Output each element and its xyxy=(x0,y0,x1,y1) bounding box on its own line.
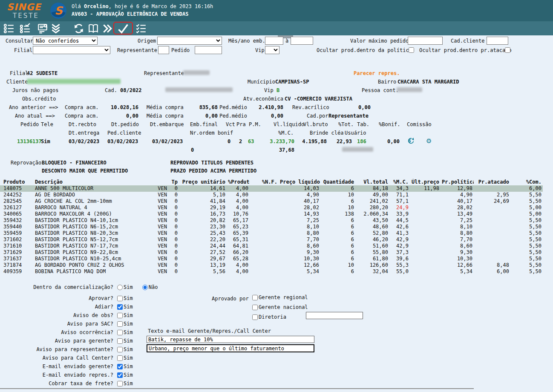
col-dt-pedido: Dt.pedido xyxy=(111,121,139,127)
order-number-link[interactable]: 13136137 xyxy=(17,138,42,144)
cobrar-taxa-frete-checkbox[interactable] xyxy=(117,381,123,386)
app-window: SINGE TESTE S Olá Orcelino, hoje é 6 de … xyxy=(0,0,553,392)
aviso-para-sac-checkbox[interactable] xyxy=(117,321,123,327)
product-cell: VEN xyxy=(128,192,168,198)
double-chevron-down-icon[interactable] xyxy=(49,22,63,35)
product-row[interactable]: 359432BASTIDOR PLASTICO N4-10,1cmVEN020,… xyxy=(0,217,543,224)
order-vct: 0 xyxy=(228,138,230,144)
sim-label: Sim xyxy=(124,304,133,310)
comercializacao-sim-radio[interactable] xyxy=(117,285,123,290)
consultar-select[interactable]: Não conferidos xyxy=(33,37,98,45)
cad-cliente-input[interactable] xyxy=(487,37,508,45)
product-cell: 12,98 xyxy=(441,185,474,192)
product-row[interactable]: 340065BARROCO MAXCOLOR 4 (200G)VEN016,73… xyxy=(0,211,543,217)
product-row[interactable]: 371629BASTIDOR PLASTICO N9-22,8cmVEN027,… xyxy=(0,249,543,256)
vip-select[interactable] xyxy=(265,46,279,54)
sim-label: Sim xyxy=(124,295,133,301)
diretoria-input[interactable] xyxy=(306,312,363,319)
parecer-repres-link[interactable]: Parecer repres. xyxy=(354,70,400,76)
product-row[interactable]: 244252AG DE BORDADOVEN05,104,004,901049,… xyxy=(0,192,543,198)
aprovar-checkbox[interactable] xyxy=(117,296,123,301)
product-row[interactable]: 409359BOBINA PLÁSTICO MAQ DOMVEN05,564,0… xyxy=(0,268,543,275)
greeting-prefix: Olá xyxy=(72,3,84,9)
product-row[interactable]: 282545AG CROCHE AL COL 2mm-10mmVEN041,84… xyxy=(0,198,543,205)
bairro-label: Bairro xyxy=(378,79,396,85)
order-tot: 22,93 xyxy=(337,138,352,144)
texto-email-label: Texto e-mail Gerente/Repres./Call Center xyxy=(148,328,271,334)
product-row[interactable]: 371610BASTIDOR PLASTICO N7-17,7cmVEN024,… xyxy=(0,243,543,249)
product-row[interactable]: 371602BASTIDOR PLASTICO N5-12,7cmVEN022,… xyxy=(0,236,543,243)
order-nr-ordem: 0 xyxy=(191,147,194,153)
reprovacao-label: Reprovação xyxy=(11,160,41,166)
question-label: Cobrar taxa de frete? xyxy=(0,380,113,386)
product-row[interactable]: 359440BASTIDOR PLASTICO N6-15,2cmVEN023,… xyxy=(0,224,543,230)
col-vl-liquido: Vl.líquido xyxy=(274,121,304,127)
bullet-list-icon[interactable] xyxy=(2,22,16,35)
rejection-item-1: BLOQUEIO - FINANCEIRO xyxy=(42,160,107,166)
rejection-item-2: REPROVADO TITULOS PENDENTES xyxy=(170,160,253,166)
aviso-para-call-center-checkbox[interactable] xyxy=(117,355,123,361)
product-row[interactable]: 371637BASTIDOR PLASTICO N10-25,4cmVEN029… xyxy=(0,256,543,262)
diretoria-checkbox[interactable] xyxy=(252,314,258,320)
gerente-regional-checkbox[interactable] xyxy=(252,295,258,300)
product-row[interactable]: 359459BASTIDOR PLASTICO N8-20,3cmVEN025,… xyxy=(0,230,543,236)
compra-acm-label-1: Compra acm. xyxy=(65,104,98,110)
media-compra-anterior: 835,68 xyxy=(199,104,218,110)
email-text-representante-input[interactable] xyxy=(147,344,314,352)
email-enviado-gerente-checkbox[interactable] xyxy=(117,364,123,369)
product-cell: 65,28 xyxy=(227,256,250,262)
product-cell xyxy=(250,205,279,211)
product-cell: 0 xyxy=(168,217,179,224)
product-cell: 6 xyxy=(320,268,355,275)
adiar-checkbox[interactable] xyxy=(117,304,123,310)
filial-select[interactable] xyxy=(33,46,110,54)
column-header: Últ.preço xyxy=(410,179,441,185)
settings-gear-icon[interactable]: ⚙ xyxy=(426,138,432,144)
valor-maximo-input[interactable] xyxy=(408,37,443,45)
email-text-gerente-input[interactable] xyxy=(147,336,314,343)
aviso-ocorrencia-checkbox[interactable] xyxy=(117,330,123,335)
col-tot: %Tot. xyxy=(338,121,354,127)
aviso-para-gerente-checkbox[interactable] xyxy=(117,338,123,344)
double-chevron-right-icon[interactable] xyxy=(100,22,114,35)
ocultar-politica-label: Ocultar prod.dentro da política xyxy=(317,47,412,53)
order-pra: 2 xyxy=(239,138,242,144)
currency-refresh-icon[interactable]: $ xyxy=(407,137,415,145)
aviso-de-obs-checkbox[interactable] xyxy=(117,313,123,318)
product-cell xyxy=(250,198,279,205)
ocultar-politica-checkbox[interactable] xyxy=(409,47,414,53)
representante-input[interactable] xyxy=(158,46,169,54)
checklist-icon[interactable] xyxy=(134,22,148,35)
product-row[interactable]: 326127BARROCO NATURAL 4VEN029,194,0028,0… xyxy=(0,205,543,211)
product-cell: 16,73 xyxy=(179,211,227,217)
pedido-input[interactable] xyxy=(195,46,222,54)
book-icon[interactable] xyxy=(86,22,101,35)
product-cell: VEN xyxy=(128,262,168,268)
product-cell: 29,19 xyxy=(179,205,227,211)
form-question-row: Aviso para gerente?Sim xyxy=(0,337,133,344)
comercializacao-nao-radio[interactable] xyxy=(142,285,148,290)
aprovado-por-option-label: Gerente nacional xyxy=(259,304,308,310)
product-cell: 43,50 xyxy=(355,217,389,224)
product-cell xyxy=(250,243,279,249)
aviso-para-representante-checkbox[interactable] xyxy=(117,347,123,352)
checked-list-icon[interactable] xyxy=(18,22,32,35)
product-cell xyxy=(474,185,510,192)
product-row[interactable]: 371874AG BORDADO PONTO CRUZ 2 OLHOSVEN01… xyxy=(0,262,543,268)
col-usuario: Usuário xyxy=(345,130,366,136)
product-cell: BASTIDOR PLASTICO N9-22,8cm xyxy=(26,249,128,256)
product-cell: 11,98 xyxy=(410,185,441,192)
order-summary: Pedido Tele Dt.recbto Dt.pedido Dt.embar… xyxy=(0,119,553,156)
origem-select[interactable] xyxy=(157,37,222,45)
mes-ano-de-input[interactable] xyxy=(265,37,283,45)
product-cell xyxy=(250,211,279,217)
refresh-icon[interactable] xyxy=(72,22,86,35)
gerente-nacional-checkbox[interactable] xyxy=(252,305,258,310)
ocultar-atacado-checkbox[interactable] xyxy=(505,47,510,53)
report-screen-icon[interactable] xyxy=(36,22,50,35)
product-row[interactable]: 148075ANNE 500 MULTICOLORVEN014,614,0014… xyxy=(0,185,543,192)
product-cell: 5,50 xyxy=(510,268,543,275)
mes-ano-ate-input[interactable] xyxy=(291,37,313,45)
email-enviado-repres-checkbox[interactable] xyxy=(117,372,123,378)
question-label: Adiar? xyxy=(0,304,113,310)
